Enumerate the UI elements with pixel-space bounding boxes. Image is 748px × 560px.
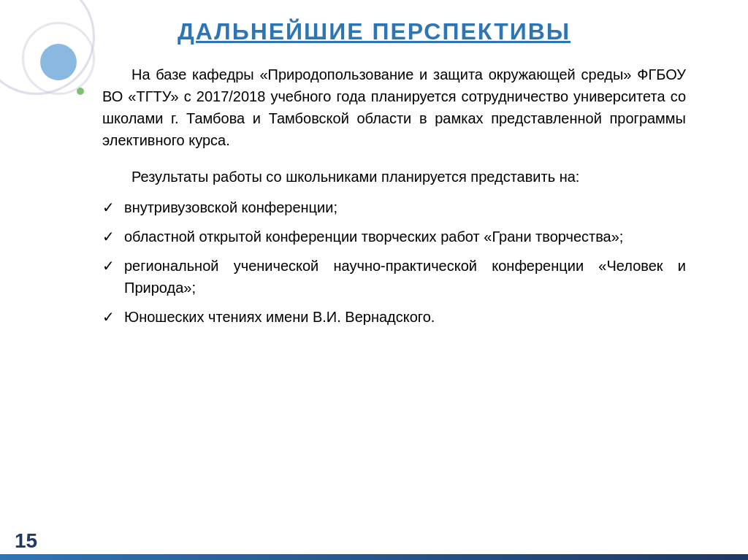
slide-title: ДАЛЬНЕЙШИЕ ПЕРСПЕКТИВЫ — [58, 18, 690, 45]
list-item: внутривузовской конференции; — [102, 196, 686, 218]
paragraph-1: На базе кафедры «Природопользование и за… — [102, 64, 686, 151]
deco-circle-filled — [40, 44, 77, 80]
content-area: На базе кафедры «Природопользование и за… — [0, 56, 748, 342]
paragraph-2-intro: Результаты работы со школьниками планиру… — [102, 166, 686, 188]
deco-dot — [77, 88, 84, 95]
page-number: 15 — [15, 529, 37, 553]
slide-container: ДАЛЬНЕЙШИЕ ПЕРСПЕКТИВЫ На базе кафедры «… — [0, 0, 748, 560]
slide-header: ДАЛЬНЕЙШИЕ ПЕРСПЕКТИВЫ — [0, 0, 748, 56]
bullet-list: внутривузовской конференции; областной о… — [102, 196, 686, 328]
bottom-bar — [0, 554, 748, 560]
list-item: Юношеских чтениях имени В.И. Вернадского… — [102, 306, 686, 328]
list-item: региональной ученической научно-практиче… — [102, 255, 686, 299]
list-item: областной открытой конференции творчески… — [102, 226, 686, 248]
